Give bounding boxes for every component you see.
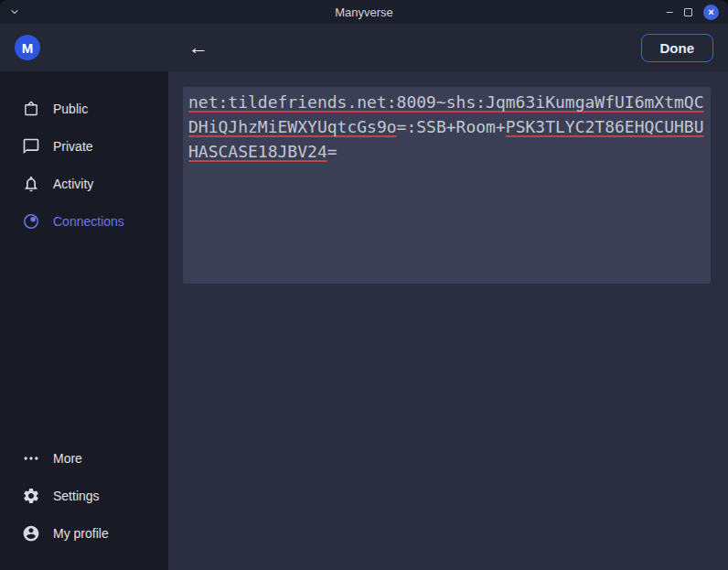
- main-content: net:tildefriends.net:8009~shs:Jqm63iKumg…: [168, 71, 728, 570]
- sidebar-item-public[interactable]: Public: [0, 90, 168, 127]
- code-line: DHiQJhzMiEWXYUqtcGs9o=:SSB+Room+PSK3TLYC…: [188, 114, 705, 139]
- manyverse-logo: M: [15, 35, 40, 60]
- sidebar-item-activity[interactable]: Activity: [0, 165, 168, 202]
- sidebar-item-label: My profile: [53, 526, 109, 541]
- ellipsis-icon: [22, 449, 40, 468]
- app-header: M ← Done: [0, 24, 728, 71]
- restore-button[interactable]: [684, 8, 692, 16]
- sidebar-item-label: Settings: [53, 489, 100, 503]
- window-menu-chevron-icon[interactable]: [9, 6, 20, 17]
- sidebar-item-my-profile[interactable]: My profile: [0, 514, 168, 552]
- bell-icon: [22, 175, 40, 193]
- misspelled-segment: PSK3TLYC2T86EHQCUHBU: [506, 117, 704, 136]
- window-controls: − ×: [666, 5, 728, 20]
- manyverse-window: Manyverse − × M ← Done Public Privat: [0, 0, 728, 570]
- done-button[interactable]: Done: [641, 34, 714, 62]
- code-segment: =:SSB+Room+: [397, 117, 506, 136]
- code-line: HASCASE18JBV24=: [188, 139, 705, 164]
- sidebar-item-label: Public: [53, 102, 88, 116]
- person-circle-icon: [22, 524, 40, 543]
- sidebar-item-settings[interactable]: Settings: [0, 477, 168, 514]
- sidebar-item-label: Private: [53, 139, 93, 154]
- bulletin-board-icon: [22, 100, 40, 118]
- sidebar: Public Private Activity Connections: [0, 71, 168, 570]
- sidebar-item-more[interactable]: More: [0, 439, 168, 477]
- close-button[interactable]: ×: [703, 5, 719, 20]
- gear-icon: [22, 487, 40, 505]
- code-segment: =: [327, 142, 337, 161]
- code-line: net:tildefriends.net:8009~shs:Jqm63iKumg…: [188, 90, 705, 114]
- sidebar-item-label: Activity: [53, 177, 93, 191]
- connections-icon: [22, 212, 40, 231]
- restore-window-icon: [684, 8, 692, 16]
- message-bubble-icon: [22, 137, 40, 156]
- sidebar-item-connections[interactable]: Connections: [0, 202, 168, 240]
- back-button[interactable]: ←: [185, 38, 212, 58]
- sidebar-item-label: Connections: [53, 214, 124, 229]
- app-body: Public Private Activity Connections: [0, 71, 728, 570]
- sidebar-footer: More Settings My profile: [0, 439, 168, 552]
- misspelled-segment: net:tildefriends.net:8009~shs:Jqm63iKumg…: [188, 92, 704, 112]
- invite-code-input[interactable]: net:tildefriends.net:8009~shs:Jqm63iKumg…: [183, 87, 711, 284]
- misspelled-segment: DHiQJhzMiEWXYUqtcGs9o: [188, 117, 397, 136]
- sidebar-item-private[interactable]: Private: [0, 127, 168, 165]
- minimize-button[interactable]: −: [666, 5, 673, 18]
- sidebar-item-label: More: [53, 451, 82, 466]
- window-title: Manyverse: [0, 5, 728, 19]
- misspelled-segment: HASCASE18JBV24: [188, 142, 327, 161]
- titlebar: Manyverse − ×: [0, 0, 728, 24]
